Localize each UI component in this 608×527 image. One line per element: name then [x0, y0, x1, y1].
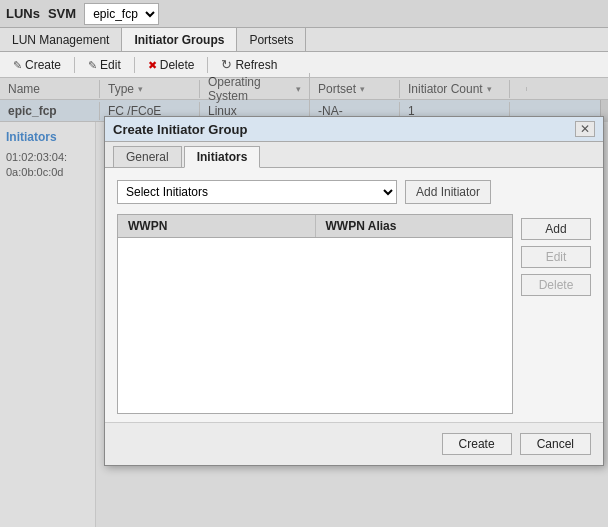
- modal-overlay: Create Initiator Group ✕ General Initiat…: [0, 78, 608, 527]
- modal-close-button[interactable]: ✕: [575, 121, 595, 137]
- create-icon: [13, 58, 22, 72]
- toolbar-separator-3: [207, 57, 208, 73]
- refresh-button[interactable]: Refresh: [214, 55, 284, 74]
- table-area: Name Type ▾ Operating System ▾ Portset ▾…: [0, 78, 608, 527]
- initiators-table-wrap: WWPN WWPN Alias Add Edit Delete: [117, 214, 591, 414]
- refresh-icon: [221, 57, 232, 72]
- edit-row-button[interactable]: Edit: [521, 246, 591, 268]
- initiators-table-body: [118, 238, 512, 408]
- subtab-portsets[interactable]: Portsets: [237, 28, 306, 51]
- initiators-table: WWPN WWPN Alias: [117, 214, 513, 414]
- add-row-button[interactable]: Add: [521, 218, 591, 240]
- col-wwpn: WWPN: [118, 215, 316, 237]
- subtab-lun-management[interactable]: LUN Management: [0, 28, 122, 51]
- edit-button[interactable]: Edit: [81, 56, 128, 74]
- create-button[interactable]: Create: [6, 56, 68, 74]
- modal-body: Select Initiators Add Initiator WWPN WWP…: [105, 168, 603, 422]
- delete-button[interactable]: Delete: [141, 56, 202, 74]
- select-initiators-row: Select Initiators Add Initiator: [117, 180, 591, 204]
- top-bar: LUNs SVM epic_fcp: [0, 0, 608, 28]
- modal-footer: Create Cancel: [105, 422, 603, 465]
- add-initiator-button[interactable]: Add Initiator: [405, 180, 491, 204]
- modal-tab-initiators[interactable]: Initiators: [184, 146, 261, 168]
- modal-tab-general[interactable]: General: [113, 146, 182, 167]
- svm-select[interactable]: epic_fcp: [84, 3, 159, 25]
- modal-cancel-button[interactable]: Cancel: [520, 433, 591, 455]
- edit-icon: [88, 58, 97, 72]
- modal-tabs: General Initiators: [105, 142, 603, 168]
- toolbar-separator: [74, 57, 75, 73]
- create-initiator-group-modal: Create Initiator Group ✕ General Initiat…: [104, 116, 604, 466]
- svm-label: SVM: [48, 6, 76, 21]
- sub-tabs: LUN Management Initiator Groups Portsets: [0, 28, 608, 52]
- initiators-table-header: WWPN WWPN Alias: [118, 215, 512, 238]
- toolbar-separator-2: [134, 57, 135, 73]
- select-initiators-dropdown[interactable]: Select Initiators: [117, 180, 397, 204]
- main-layout: Name Type ▾ Operating System ▾ Portset ▾…: [0, 78, 608, 527]
- modal-title: Create Initiator Group: [113, 122, 247, 137]
- init-side-buttons: Add Edit Delete: [521, 214, 591, 414]
- delete-row-button[interactable]: Delete: [521, 274, 591, 296]
- modal-create-button[interactable]: Create: [442, 433, 512, 455]
- luns-label[interactable]: LUNs: [6, 6, 40, 21]
- subtab-initiator-groups[interactable]: Initiator Groups: [122, 28, 237, 51]
- delete-icon: [148, 58, 157, 72]
- modal-titlebar: Create Initiator Group ✕: [105, 117, 603, 142]
- col-wwpn-alias: WWPN Alias: [316, 215, 513, 237]
